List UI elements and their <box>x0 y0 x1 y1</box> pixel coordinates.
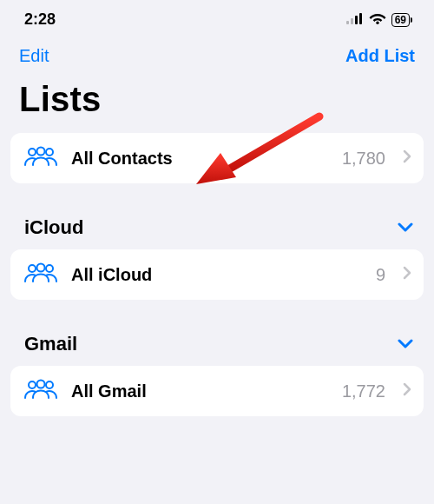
status-right: 69 <box>346 10 410 29</box>
row-count: 1,780 <box>342 149 385 169</box>
contacts-group-icon <box>23 378 59 404</box>
nav-bar: Edit Add List <box>0 36 434 73</box>
battery-indicator: 69 <box>391 13 410 27</box>
section-label: Gmail <box>24 333 77 355</box>
contacts-group-icon <box>23 262 59 288</box>
wifi-icon <box>369 10 386 29</box>
svg-point-9 <box>37 264 45 272</box>
svg-point-5 <box>29 149 36 156</box>
svg-rect-3 <box>359 13 362 24</box>
cellular-icon <box>346 10 364 29</box>
svg-point-13 <box>46 381 53 388</box>
battery-level: 69 <box>391 13 410 27</box>
svg-point-8 <box>29 265 36 272</box>
svg-point-10 <box>46 265 53 272</box>
chevron-down-icon[interactable] <box>398 336 413 352</box>
row-label: All Contacts <box>71 149 330 169</box>
svg-point-12 <box>37 381 45 388</box>
section-header-gmail[interactable]: Gmail <box>0 308 434 366</box>
chevron-right-icon <box>403 382 411 400</box>
list-row-all-gmail[interactable]: All Gmail 1,772 <box>10 366 424 416</box>
page-title: Lists <box>0 73 434 133</box>
status-bar: 2:28 69 <box>0 0 434 36</box>
status-time: 2:28 <box>24 10 56 29</box>
row-label: All iCloud <box>71 265 364 285</box>
row-label: All Gmail <box>71 381 330 401</box>
chevron-right-icon <box>403 266 411 283</box>
svg-rect-2 <box>355 16 358 24</box>
list-row-all-contacts[interactable]: All Contacts 1,780 <box>10 133 424 183</box>
svg-point-7 <box>46 149 53 156</box>
svg-point-11 <box>29 381 36 388</box>
edit-button[interactable]: Edit <box>19 46 49 66</box>
chevron-right-icon <box>403 149 411 167</box>
list-row-all-icloud[interactable]: All iCloud 9 <box>10 249 424 300</box>
svg-rect-0 <box>346 21 349 24</box>
contacts-group-icon <box>23 145 59 171</box>
add-list-button[interactable]: Add List <box>345 46 415 66</box>
section-label: iCloud <box>24 216 83 239</box>
row-count: 9 <box>376 265 385 285</box>
section-header-icloud[interactable]: iCloud <box>0 192 434 249</box>
svg-rect-1 <box>351 18 353 24</box>
row-count: 1,772 <box>342 381 385 401</box>
chevron-down-icon[interactable] <box>398 220 413 235</box>
svg-point-6 <box>37 148 45 156</box>
svg-point-4 <box>376 22 378 24</box>
